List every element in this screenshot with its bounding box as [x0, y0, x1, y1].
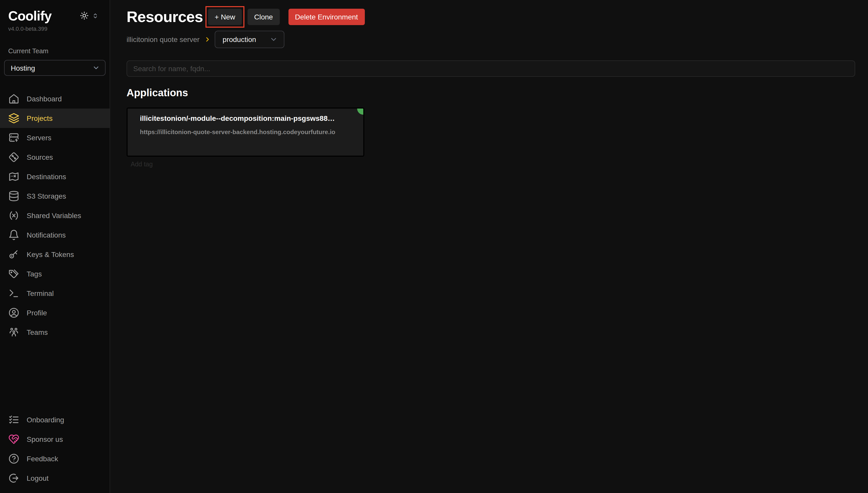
- sidebar-item-logout[interactable]: Logout: [0, 468, 110, 488]
- status-indicator: [357, 108, 364, 115]
- key-icon: [8, 249, 19, 260]
- main-content: Resources + New Clone Delete Environment…: [110, 0, 868, 493]
- braces-x-icon: [8, 210, 19, 221]
- environment-select-value: production: [223, 35, 256, 44]
- app-version: v4.0.0-beta.399: [8, 26, 51, 32]
- logout-icon: [8, 473, 19, 484]
- database-icon: [8, 190, 19, 202]
- server-icon: [8, 132, 19, 143]
- sidebar-item-sponsor-us[interactable]: Sponsor us: [0, 430, 110, 449]
- sidebar-item-notifications[interactable]: Notifications: [0, 225, 110, 245]
- map-icon: [8, 171, 19, 182]
- sidebar-nav: Dashboard Projects Servers Sources Desti…: [0, 89, 110, 342]
- page-title: Resources: [127, 8, 203, 26]
- checklist-icon: [8, 414, 19, 425]
- clone-button[interactable]: Clone: [247, 9, 280, 25]
- application-title: illicitestonion/-module--decomposition:m…: [140, 114, 353, 122]
- theme-sun-icon[interactable]: [80, 11, 89, 20]
- chevron-down-icon: [92, 64, 100, 72]
- application-url: https://illicitonion-quote-server-backen…: [140, 128, 353, 136]
- app-logo: Coolify: [8, 8, 51, 24]
- application-card[interactable]: illicitestonion/-module--decomposition:m…: [127, 108, 364, 157]
- environment-select[interactable]: production: [215, 31, 285, 48]
- sidebar-item-projects[interactable]: Projects: [0, 109, 110, 128]
- page-header: Resources + New Clone Delete Environment: [127, 8, 855, 26]
- chevron-right-icon: [204, 36, 211, 43]
- sidebar-item-servers[interactable]: Servers: [0, 128, 110, 147]
- users-icon: [8, 327, 19, 338]
- bell-icon: [8, 229, 19, 241]
- delete-environment-button[interactable]: Delete Environment: [288, 9, 365, 25]
- breadcrumb: illicitonion quote server production: [127, 31, 855, 48]
- sidebar-item-destinations[interactable]: Destinations: [0, 167, 110, 186]
- help-circle-icon: [8, 453, 19, 464]
- sidebar-item-s3-storages[interactable]: S3 Storages: [0, 186, 110, 206]
- sidebar: Coolify v4.0.0-beta.399 Current Team Hos…: [0, 0, 110, 493]
- layers-icon: [8, 113, 19, 124]
- sidebar-item-sources[interactable]: Sources: [0, 147, 110, 167]
- coolify-app: Coolify v4.0.0-beta.399 Current Team Hos…: [0, 0, 868, 493]
- chevron-down-icon: [270, 35, 278, 44]
- add-tag-input[interactable]: Add tag: [131, 161, 855, 168]
- user-circle-icon: [8, 307, 19, 318]
- sidebar-item-terminal[interactable]: Terminal: [0, 284, 110, 303]
- chevrons-up-down-icon[interactable]: [92, 13, 98, 19]
- current-team-label: Current Team: [0, 47, 110, 55]
- sidebar-item-keys-tokens[interactable]: Keys & Tokens: [0, 245, 110, 264]
- sidebar-item-feedback[interactable]: Feedback: [0, 449, 110, 468]
- terminal-icon: [8, 288, 19, 299]
- team-select-value: Hosting: [11, 64, 35, 72]
- heart-handshake-icon: [8, 434, 19, 445]
- sidebar-item-dashboard[interactable]: Dashboard: [0, 89, 110, 109]
- new-button[interactable]: + New: [208, 9, 242, 25]
- home-icon: [8, 93, 19, 104]
- sidebar-item-teams[interactable]: Teams: [0, 323, 110, 342]
- sidebar-item-tags[interactable]: Tags: [0, 264, 110, 284]
- tag-icon: [8, 268, 19, 280]
- sidebar-footer: Onboarding Sponsor us Feedback Logout: [0, 410, 110, 493]
- team-select[interactable]: Hosting: [4, 60, 106, 76]
- applications-section-title: Applications: [127, 87, 855, 99]
- git-icon: [8, 152, 19, 163]
- sidebar-item-profile[interactable]: Profile: [0, 303, 110, 323]
- sidebar-item-shared-variables[interactable]: Shared Variables: [0, 206, 110, 225]
- breadcrumb-project[interactable]: illicitonion quote server: [127, 35, 200, 44]
- sidebar-item-onboarding[interactable]: Onboarding: [0, 410, 110, 430]
- search-input[interactable]: [127, 60, 855, 77]
